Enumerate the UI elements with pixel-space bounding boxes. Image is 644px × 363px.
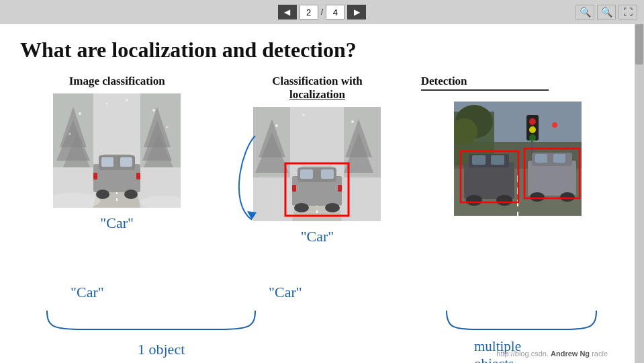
footer: http://blog.csdn. Andrew Ng racle: [496, 350, 608, 358]
svg-text:"Car": "Car": [71, 284, 104, 300]
zoom-out-icon: 🔍: [580, 7, 591, 17]
svg-rect-20: [136, 173, 140, 179]
zoom-in-icon: 🔍: [601, 7, 612, 17]
col-classification-localization: Classification with localization: [220, 75, 414, 245]
svg-rect-15: [101, 157, 113, 167]
page-separator: /: [321, 5, 324, 19]
svg-rect-69: [553, 154, 565, 163]
fit-button[interactable]: ⛶: [618, 5, 637, 19]
col-image-classification: Image classification: [20, 75, 214, 245]
svg-point-18: [124, 190, 138, 199]
col2-label: Classification with localization: [272, 75, 363, 102]
footer-author: Andrew Ng: [551, 350, 590, 358]
svg-point-26: [126, 99, 128, 102]
svg-point-70: [530, 192, 545, 202]
svg-point-64: [466, 195, 482, 206]
slide-title: What are localization and detection?: [20, 38, 614, 63]
svg-rect-68: [535, 154, 547, 163]
zoom-controls: 🔍 🔍 ⛶: [576, 5, 637, 19]
svg-point-65: [496, 195, 512, 206]
col1-scene: [53, 93, 181, 208]
prev-icon: ◀: [284, 7, 290, 17]
svg-point-17: [96, 190, 109, 199]
col2-caption: "Car": [301, 228, 334, 245]
svg-point-22: [106, 103, 108, 105]
svg-point-25: [69, 133, 71, 135]
total-pages: 4: [326, 5, 344, 19]
svg-point-71: [560, 192, 575, 202]
prev-button[interactable]: ◀: [278, 5, 297, 19]
scrollbar[interactable]: [635, 24, 644, 363]
col3-image: [454, 102, 582, 216]
col1-caption-area: "Car": [100, 214, 134, 232]
footer-suffix: racle: [592, 350, 608, 358]
col1-label: Image classification: [69, 75, 165, 88]
svg-rect-63: [491, 155, 504, 165]
svg-point-24: [167, 126, 169, 128]
footer-url: http://blog.csdn.: [496, 350, 549, 358]
col3-header: Detection: [421, 75, 614, 96]
svg-point-23: [152, 109, 155, 112]
svg-point-45: [303, 114, 305, 116]
slide-content: What are localization and detection? Ima…: [0, 24, 635, 363]
svg-rect-62: [472, 155, 486, 165]
zoom-in-button[interactable]: 🔍: [597, 5, 616, 19]
svg-point-55: [529, 118, 536, 125]
col2-caption-area: "Car": [301, 228, 334, 245]
svg-point-21: [79, 112, 81, 115]
svg-point-57: [529, 134, 536, 141]
col-detection: Detection: [421, 75, 614, 245]
svg-rect-38: [300, 169, 313, 179]
svg-rect-39: [321, 169, 334, 179]
current-page[interactable]: 2: [300, 5, 318, 19]
svg-point-41: [325, 203, 340, 212]
col1-caption: "Car": [100, 214, 134, 231]
svg-rect-19: [93, 173, 97, 179]
svg-text:1 object: 1 object: [138, 341, 185, 358]
nav-bar: ◀ 2 / 4 ▶ 🔍 🔍 ⛶: [0, 0, 644, 24]
col3-label: Detection: [421, 75, 549, 91]
svg-point-40: [294, 203, 309, 212]
svg-rect-42: [292, 185, 296, 192]
next-button[interactable]: ▶: [347, 5, 366, 19]
col2-scene: [253, 107, 381, 221]
svg-rect-16: [120, 157, 132, 167]
scrollbar-thumb[interactable]: [635, 24, 643, 65]
col3-scene: [454, 102, 582, 216]
svg-text:"Car": "Car": [269, 284, 302, 300]
svg-point-44: [275, 124, 278, 127]
col2-image: [253, 107, 381, 221]
col1-image: [53, 93, 181, 208]
svg-rect-43: [338, 185, 342, 192]
svg-point-56: [529, 126, 536, 133]
zoom-out-button[interactable]: 🔍: [576, 5, 594, 19]
svg-rect-60: [464, 162, 514, 199]
svg-point-74: [552, 122, 557, 128]
next-icon: ▶: [354, 7, 360, 17]
fit-icon: ⛶: [623, 7, 633, 17]
svg-point-46: [351, 120, 354, 123]
